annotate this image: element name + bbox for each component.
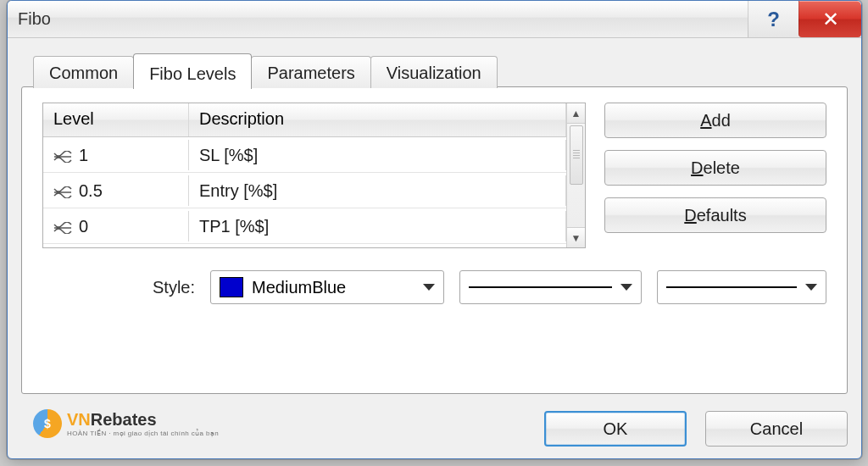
column-header-level[interactable]: Level bbox=[43, 103, 189, 136]
color-name: MediumBlue bbox=[252, 278, 346, 297]
button-label: Delete bbox=[691, 158, 740, 178]
tab-label: Parameters bbox=[267, 64, 354, 82]
tab-panel: Level Description 1 SL [%$] bbox=[21, 86, 848, 394]
watermark-logo: $ VNRebates HOÀN TIỀN · mọi giao dịch tà… bbox=[33, 409, 219, 438]
line-color-select[interactable]: MediumBlue bbox=[210, 270, 444, 304]
cancel-button[interactable]: Cancel bbox=[705, 411, 848, 447]
vertical-scrollbar[interactable]: ▲ ▼ bbox=[566, 103, 585, 247]
cell-level: 0 bbox=[43, 211, 189, 241]
tab-label: Common bbox=[49, 64, 118, 82]
cell-level-value: 1 bbox=[79, 146, 88, 164]
chevron-down-icon bbox=[805, 284, 817, 291]
levels-table-inner: Level Description 1 SL [%$] bbox=[43, 103, 566, 247]
tab-visualization[interactable]: Visualization bbox=[370, 56, 498, 88]
add-button[interactable]: Add bbox=[604, 103, 826, 138]
cell-description: Entry [%$] bbox=[189, 175, 566, 206]
window-title: Fibo bbox=[18, 9, 748, 29]
titlebar: Fibo ? ✕ bbox=[8, 1, 861, 38]
scroll-down-arrow-icon[interactable]: ▼ bbox=[567, 227, 585, 247]
line-width-preview bbox=[666, 286, 797, 288]
levels-table-header: Level Description bbox=[43, 103, 566, 137]
cell-level: 0.5 bbox=[43, 175, 189, 206]
column-header-description[interactable]: Description bbox=[189, 103, 566, 136]
help-icon: ? bbox=[767, 8, 780, 31]
line-style-preview bbox=[469, 286, 613, 288]
chevron-down-icon bbox=[620, 284, 632, 291]
chevron-down-icon bbox=[423, 284, 435, 291]
line-style-select[interactable] bbox=[459, 270, 643, 304]
close-icon: ✕ bbox=[822, 8, 839, 31]
level-line-icon bbox=[53, 151, 72, 163]
level-line-icon bbox=[53, 186, 72, 198]
color-swatch bbox=[220, 277, 243, 297]
tab-fibo-levels[interactable]: Fibo Levels bbox=[133, 53, 252, 89]
dialog-footer: OK Cancel bbox=[544, 411, 848, 447]
style-row: Style: MediumBlue bbox=[42, 270, 826, 304]
logo-icon: $ bbox=[33, 409, 62, 438]
tab-label: Visualization bbox=[387, 64, 481, 82]
cell-level: 1 bbox=[43, 140, 189, 170]
tabstrip: Common Fibo Levels Parameters Visualizat… bbox=[21, 50, 848, 87]
table-row[interactable]: 1 SL [%$] bbox=[43, 137, 566, 173]
defaults-button[interactable]: Defaults bbox=[604, 197, 826, 233]
level-line-icon bbox=[53, 222, 72, 234]
style-label: Style: bbox=[153, 278, 195, 297]
delete-button[interactable]: Delete bbox=[604, 150, 826, 186]
ok-button[interactable]: OK bbox=[544, 411, 687, 447]
line-width-select[interactable] bbox=[657, 270, 826, 304]
table-row[interactable]: 0.5 Entry [%$] bbox=[43, 173, 566, 208]
dialog-body: Common Fibo Levels Parameters Visualizat… bbox=[21, 50, 848, 447]
button-label: Defaults bbox=[684, 206, 746, 225]
side-buttons: Add Delete Defaults bbox=[604, 103, 826, 248]
logo-text: VNRebates HOÀN TIỀN · mọi giao dịch tài … bbox=[67, 410, 219, 437]
button-label: Cancel bbox=[750, 419, 803, 439]
scroll-up-arrow-icon[interactable]: ▲ bbox=[567, 103, 585, 124]
button-label: OK bbox=[604, 419, 628, 439]
cell-description: SL [%$] bbox=[189, 140, 566, 170]
levels-table[interactable]: Level Description 1 SL [%$] bbox=[42, 103, 586, 248]
cell-description: TP1 [%$] bbox=[189, 211, 566, 241]
help-button[interactable]: ? bbox=[748, 1, 798, 37]
cell-level-value: 0 bbox=[79, 217, 88, 236]
scroll-thumb[interactable] bbox=[570, 125, 583, 185]
tab-common[interactable]: Common bbox=[33, 56, 134, 88]
dialog-window: Fibo ? ✕ Common Fibo Levels Parameters V… bbox=[7, 0, 862, 459]
button-label: Add bbox=[700, 111, 731, 130]
caption-buttons: ? ✕ bbox=[748, 1, 861, 37]
cell-level-value: 0.5 bbox=[79, 181, 103, 200]
levels-row: Level Description 1 SL [%$] bbox=[42, 103, 826, 248]
tab-parameters[interactable]: Parameters bbox=[251, 56, 370, 88]
tab-label: Fibo Levels bbox=[149, 64, 236, 83]
table-row[interactable]: 0 TP1 [%$] bbox=[43, 208, 566, 244]
close-button[interactable]: ✕ bbox=[798, 1, 861, 37]
